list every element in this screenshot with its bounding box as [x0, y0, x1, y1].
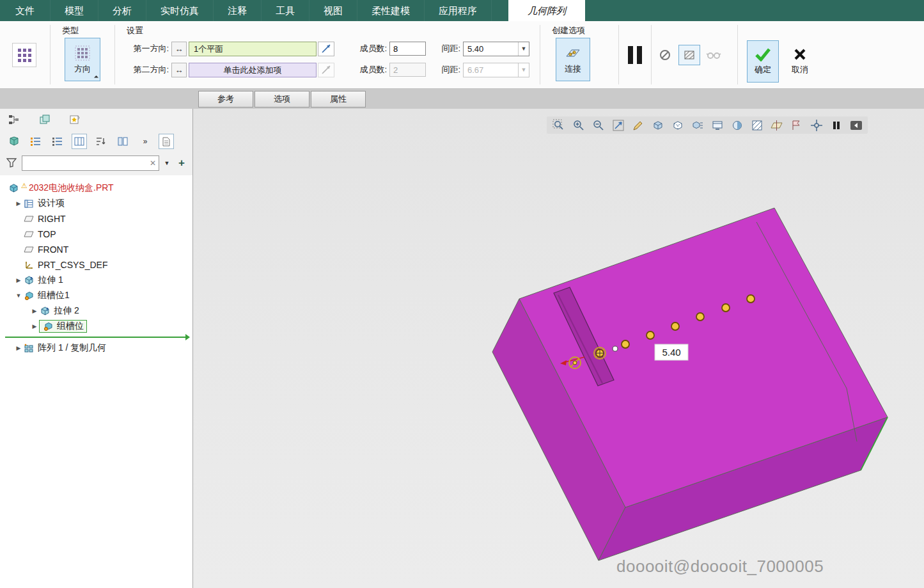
spacing2-combo: 6.67 ▼: [463, 63, 529, 77]
model-canvas[interactable]: 5.40: [193, 109, 924, 588]
column-display-icon[interactable]: [72, 134, 87, 149]
model-tree-icon[interactable]: [6, 112, 22, 127]
menu-tools[interactable]: 工具: [262, 0, 309, 21]
direction2-toggle-icon[interactable]: ↔: [171, 63, 187, 77]
graphics-viewport[interactable]: 5.40 dooooit@dooooit_7000005: [193, 109, 924, 588]
menu-view[interactable]: 视图: [309, 0, 357, 21]
clear-filter-icon[interactable]: ✕: [147, 159, 159, 168]
tab-geometry-pattern[interactable]: 几何阵列: [508, 0, 585, 21]
tree-item-design-items[interactable]: ▶ 设计项: [0, 196, 192, 211]
tree-item-label: TOP: [38, 229, 56, 239]
detail-view-icon[interactable]: [50, 134, 65, 149]
appearance-icon[interactable]: [727, 117, 747, 133]
display-style-icon[interactable]: [648, 117, 668, 133]
columns-settings-icon[interactable]: [115, 134, 130, 149]
expander-icon[interactable]: ▶: [30, 323, 39, 330]
feature-preview-icon[interactable]: [678, 45, 700, 65]
annotation-display-icon[interactable]: [787, 117, 806, 133]
connect-toggle-button[interactable]: 连接: [556, 38, 590, 81]
datum-plane-icon: [23, 214, 35, 224]
zoom-box-icon[interactable]: [549, 117, 568, 133]
render-style-icon[interactable]: [747, 117, 767, 133]
second-direction-collector[interactable]: 单击此处添加项: [189, 63, 317, 77]
tree-item-top-plane[interactable]: TOP: [0, 226, 192, 242]
view-manager-icon[interactable]: [707, 117, 727, 133]
pattern-dashboard: 类型 方向 设置 第一方向: ↔ 1个平面: [0, 21, 924, 88]
tree-item-right-plane[interactable]: RIGHT: [0, 211, 192, 226]
tree-item-front-plane[interactable]: FRONT: [0, 242, 192, 257]
first-direction-collector[interactable]: 1个平面: [189, 42, 317, 56]
tree-filter-input[interactable]: [22, 157, 147, 170]
menu-file[interactable]: 文件: [0, 0, 51, 21]
add-filter-icon[interactable]: +: [175, 157, 189, 170]
chevron-down-icon: [94, 75, 98, 80]
sort-icon[interactable]: [93, 134, 109, 149]
datum-display-icon[interactable]: [767, 117, 787, 133]
tree-item-csys[interactable]: PRT_CSYS_DEF: [0, 257, 192, 273]
preview-glasses-icon: [703, 45, 724, 65]
saved-views-icon[interactable]: [687, 117, 707, 133]
csys-icon: [23, 260, 35, 270]
expander-icon[interactable]: ▼: [14, 292, 23, 299]
hidden-line-icon[interactable]: [668, 117, 687, 133]
tree-item-root[interactable]: ⚠ 2032电池收纳盒.PRT: [0, 180, 192, 196]
show-items-icon[interactable]: [6, 134, 22, 149]
connect-label: 连接: [565, 63, 581, 75]
more-chevrons-icon[interactable]: »: [137, 134, 152, 149]
tree-settings-doc-icon[interactable]: [159, 134, 174, 149]
expander-icon[interactable]: ▶: [14, 277, 23, 283]
cancel-label: 取消: [792, 64, 808, 75]
members1-label: 成员数:: [351, 43, 387, 54]
menu-flexible-modeling[interactable]: 柔性建模: [357, 0, 425, 21]
repaint-icon[interactable]: [628, 117, 648, 133]
chevron-down-icon[interactable]: ▼: [518, 42, 529, 56]
tab-references[interactable]: 参考: [198, 91, 253, 107]
menu-applications[interactable]: 应用程序: [425, 0, 492, 21]
collapse-toolbar-icon[interactable]: [846, 117, 866, 133]
tab-properties[interactable]: 属性: [311, 91, 366, 107]
direction-type-button[interactable]: 方向: [65, 38, 100, 81]
expander-icon[interactable]: ▶: [30, 308, 39, 314]
menu-model[interactable]: 模型: [51, 0, 98, 21]
ok-button[interactable]: 确定: [747, 40, 779, 83]
zoom-in-icon[interactable]: [568, 117, 588, 133]
tree-item-label: RIGHT: [38, 214, 66, 224]
no-preview-icon[interactable]: [654, 45, 676, 65]
spin-center-icon[interactable]: [806, 117, 826, 133]
design-items-icon: [23, 198, 35, 209]
expander-icon[interactable]: ▶: [14, 345, 23, 351]
tree-item-group-slot[interactable]: ▶ 组槽位: [0, 319, 192, 334]
layer-tree-icon[interactable]: [37, 112, 52, 127]
pattern-anchor-2[interactable]: [594, 347, 606, 359]
tab-options[interactable]: 选项: [254, 91, 309, 107]
filter-dropdown-icon[interactable]: ▼: [162, 160, 172, 166]
filter-funnel-icon[interactable]: [4, 155, 19, 171]
zoom-out-icon[interactable]: [588, 117, 608, 133]
refit-icon[interactable]: [608, 117, 628, 133]
tree-item-group1[interactable]: ▼ 组槽位1: [0, 288, 192, 303]
flip-direction1-icon[interactable]: [318, 42, 334, 56]
spacing1-combo[interactable]: 5.40 ▼: [463, 42, 529, 56]
tree-item-pattern1[interactable]: ▶ 阵列 1 / 复制几何: [0, 340, 192, 356]
dimension-label[interactable]: 5.40: [655, 344, 688, 360]
members1-input[interactable]: [389, 42, 426, 56]
spacing-drag-handle[interactable]: [613, 346, 618, 351]
group-icon: [42, 321, 54, 331]
cancel-button[interactable]: 取消: [784, 40, 816, 83]
menu-live-simulation[interactable]: 实时仿真: [146, 0, 214, 21]
tree-root-label: 2032电池收纳盒.PRT: [29, 182, 114, 194]
first-direction-label: 第一方向:: [125, 43, 169, 54]
tree-item-extrude1[interactable]: ▶ 拉伸 1: [0, 273, 192, 288]
spacing2-label: 间距:: [434, 64, 460, 75]
favorites-icon[interactable]: [68, 112, 83, 127]
menu-annotate[interactable]: 注释: [214, 0, 262, 21]
expander-icon[interactable]: ▶: [14, 200, 23, 207]
list-view-icon[interactable]: [28, 134, 43, 149]
direction-grid-icon: [74, 45, 91, 61]
menu-analysis[interactable]: 分析: [98, 0, 146, 21]
pause-icon[interactable]: [826, 117, 846, 133]
pause-feature-button[interactable]: [620, 41, 650, 69]
tree-item-extrude2[interactable]: ▶ 拉伸 2: [0, 303, 192, 319]
direction1-toggle-icon[interactable]: ↔: [171, 42, 187, 56]
insertion-locator[interactable]: [5, 337, 189, 338]
